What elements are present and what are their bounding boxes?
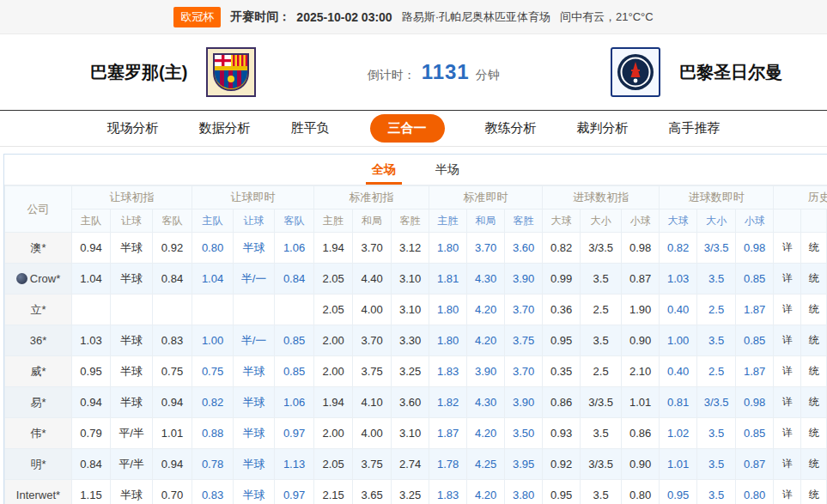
goals-live-line: 3.5	[697, 480, 736, 504]
detail-link[interactable]: 详	[774, 387, 801, 418]
goals-live-over: 0.40	[660, 356, 697, 387]
detail-link[interactable]: 详	[774, 264, 801, 295]
odds-table-row: Interwet* 1.15 半球 0.70 0.83 半球 0.97 2.15…	[5, 480, 827, 504]
handicap-live-away-odds: 0.84	[275, 264, 314, 295]
stats-link[interactable]: 统	[801, 264, 827, 295]
goals-init-under: 2.10	[622, 356, 660, 387]
nav-tab-three-in-one[interactable]: 三合一	[370, 114, 445, 143]
handicap-init-line: 平/半	[111, 449, 153, 480]
stats-link[interactable]: 统	[801, 480, 827, 504]
handicap-live-home-odds: 0.80	[192, 233, 234, 264]
subheader-draw: 和局	[467, 209, 505, 233]
handicap-init-away-odds: 0.75	[153, 356, 192, 387]
company-cell[interactable]: Crow*	[5, 264, 72, 295]
goals-init-under: 1.90	[622, 295, 660, 325]
goals-init-line: 3/3.5	[581, 387, 622, 418]
subheader-home-win: 主胜	[429, 209, 467, 233]
odds-table-row: Crow* 1.04 半球 0.84 1.04 半/一 0.84 2.05 4.…	[5, 264, 827, 295]
stats-link[interactable]: 统	[801, 387, 827, 418]
odds-table-row: 明* 0.84 平/半 0.94 0.78 半球 1.13 2.05 3.75 …	[5, 449, 827, 480]
handicap-live-line	[234, 295, 275, 325]
handicap-live-away-odds: 1.13	[275, 449, 314, 480]
handicap-live-line: 半球	[234, 387, 275, 418]
company-cell[interactable]: 威*	[5, 356, 72, 387]
goals-live-under: 0.80	[736, 480, 774, 504]
goals-init-over: 0.95	[543, 325, 581, 356]
standard-live-header: 标准即时	[429, 186, 543, 209]
stats-link[interactable]: 统	[801, 325, 827, 356]
std-init-home-win: 2.05	[314, 295, 353, 325]
std-init-draw: 4.40	[353, 264, 392, 295]
handicap-init-line: 半球	[111, 480, 153, 504]
away-team-name: 巴黎圣日尔曼	[679, 61, 782, 84]
std-live-away-win: 3.80	[505, 480, 543, 504]
std-init-draw: 3.75	[353, 449, 392, 480]
home-team-name: 巴塞罗那(主)	[90, 61, 187, 84]
subheader-under: 小球	[736, 209, 774, 233]
detail-link[interactable]: 详	[774, 449, 801, 480]
countdown-unit: 分钟	[476, 68, 500, 83]
company-cell[interactable]: 立*	[5, 295, 72, 325]
countdown-value: 1131	[422, 60, 470, 84]
company-cell[interactable]: 伟*	[5, 418, 72, 449]
company-cell[interactable]: 明*	[5, 449, 72, 480]
tab-full-match[interactable]: 全场	[372, 155, 396, 185]
std-init-away-win: 3.12	[392, 233, 429, 264]
handicap-init-away-odds: 0.92	[153, 233, 192, 264]
std-init-draw: 3.70	[353, 325, 392, 356]
detail-link[interactable]: 详	[774, 233, 801, 264]
goals-init-over: 0.35	[543, 356, 581, 387]
handicap-live-line: 半/一	[234, 325, 275, 356]
std-live-home-win: 1.78	[429, 449, 467, 480]
handicap-init-away-odds: 0.84	[153, 264, 192, 295]
handicap-live-line: 半球	[234, 233, 275, 264]
handicap-init-line: 半球	[111, 356, 153, 387]
detail-link[interactable]: 详	[774, 480, 801, 504]
nav-tab-data-analysis[interactable]: 数据分析	[199, 120, 251, 137]
goals-init-line: 3/3.5	[581, 449, 622, 480]
detail-link[interactable]: 详	[774, 295, 801, 325]
odds-table-row: 伟* 0.79 平/半 1.01 0.88 半球 0.97 2.00 4.00 …	[5, 418, 827, 449]
odds-table-row: 易* 0.94 半球 0.94 0.82 半球 1.06 1.94 4.10 3…	[5, 387, 827, 418]
stats-link[interactable]: 统	[801, 233, 827, 264]
subheader-handicap: 让球	[234, 209, 275, 233]
detail-link[interactable]: 详	[774, 325, 801, 356]
goals-initial-header: 进球数初指	[543, 186, 660, 209]
std-live-draw: 3.70	[467, 233, 505, 264]
detail-link[interactable]: 详	[774, 418, 801, 449]
handicap-init-line: 半球	[111, 264, 153, 295]
goals-init-under: 0.90	[622, 325, 660, 356]
company-cell[interactable]: 澳*	[5, 233, 72, 264]
stats-link[interactable]: 统	[801, 449, 827, 480]
goals-init-over: 0.36	[543, 295, 581, 325]
detail-link[interactable]: 详	[774, 356, 801, 387]
stats-link[interactable]: 统	[801, 295, 827, 325]
stats-link[interactable]: 统	[801, 418, 827, 449]
std-init-away-win: 3.10	[392, 295, 429, 325]
subheader-over: 大球	[543, 209, 581, 233]
sub-header-row: 主队 让球 客队 主队 让球 客队 主胜 和局 客胜 主胜 和局 客胜 大球 大…	[5, 209, 827, 233]
subheader-away: 客队	[153, 209, 192, 233]
handicap-live-away-odds: 0.85	[275, 356, 314, 387]
company-cell[interactable]: Interwet*	[5, 480, 72, 504]
tab-half-match[interactable]: 半场	[435, 155, 459, 185]
std-live-draw: 4.20	[467, 295, 505, 325]
handicap-live-home-odds: 1.00	[192, 325, 234, 356]
nav-tab-expert-picks[interactable]: 高手推荐	[669, 120, 721, 137]
company-cell[interactable]: 36*	[5, 325, 72, 356]
std-live-home-win: 1.83	[429, 356, 467, 387]
nav-tab-live-analysis[interactable]: 现场分析	[107, 120, 159, 137]
stats-link[interactable]: 统	[801, 356, 827, 387]
nav-tab-coach-analysis[interactable]: 教练分析	[485, 120, 537, 137]
handicap-init-line	[111, 295, 153, 325]
handicap-live-line: 半球	[234, 356, 275, 387]
std-live-away-win: 3.90	[505, 387, 543, 418]
nav-tab-win-draw-loss[interactable]: 胜平负	[291, 120, 330, 137]
handicap-live-home-odds: 1.04	[192, 264, 234, 295]
company-cell[interactable]: 易*	[5, 387, 72, 418]
kickoff-label: 开赛时间：	[230, 9, 290, 25]
nav-tab-referee-analysis[interactable]: 裁判分析	[577, 120, 629, 137]
handicap-live-line: 半/一	[234, 264, 275, 295]
goals-init-line: 3.5	[581, 325, 622, 356]
goals-init-under: 0.86	[622, 418, 660, 449]
